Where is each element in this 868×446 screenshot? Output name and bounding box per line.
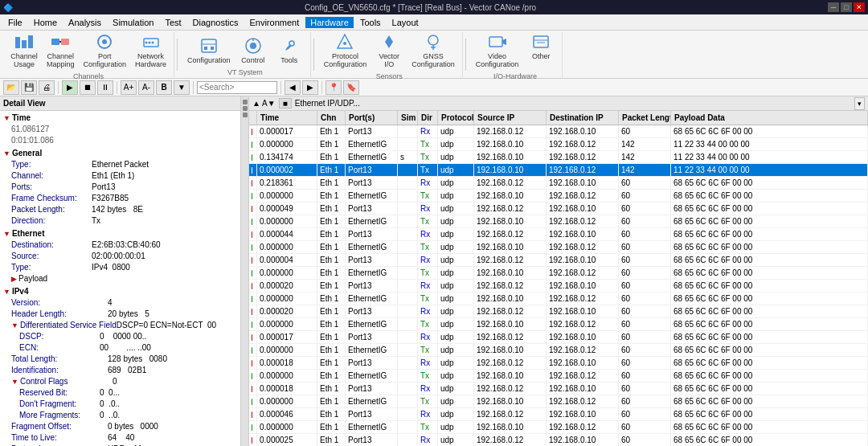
tb2-save-button[interactable]: 💾: [21, 80, 37, 95]
col-hdr-dir[interactable]: Dir: [418, 111, 438, 125]
tb2-back-button[interactable]: ◀: [285, 80, 301, 95]
trace-row[interactable]: 0.000004 Eth 1 Port13 Rx udp 192.168.0.1…: [249, 254, 868, 267]
trace-row[interactable]: 0.000017 Eth 1 Port13 Rx udp 192.168.0.1…: [249, 125, 868, 138]
video-config-button[interactable]: VideoConfiguration: [472, 28, 523, 72]
trace-row[interactable]: 0.000000 Eth 1 EthernetIG Tx udp 192.168…: [249, 421, 868, 434]
trace-row[interactable]: 0.000000 Eth 1 EthernetIG Tx udp 192.168…: [249, 395, 868, 408]
row-chn: Eth 1: [317, 408, 346, 420]
col-hdr-protocol[interactable]: Protocol: [438, 111, 474, 125]
menu-hardware[interactable]: Hardware: [305, 17, 354, 28]
trace-row[interactable]: 0.000000 Eth 1 EthernetIG Tx udp 192.168…: [249, 318, 868, 331]
tb2-fwd-button[interactable]: ▶: [302, 80, 318, 95]
ports-key: Ports:: [11, 182, 92, 193]
row-dstip: 192.168.0.10: [547, 383, 619, 395]
tb2-filter-button[interactable]: ▼: [174, 80, 190, 95]
eth-type-key: Type:: [11, 262, 92, 273]
col-hdr-pktlen[interactable]: Packet Length: [619, 111, 671, 125]
row-ports: EthernetIG: [346, 344, 398, 356]
trace-row[interactable]: 0.000020 Eth 1 Port13 Rx udp 192.168.0.1…: [249, 305, 868, 318]
trace-row[interactable]: 0.000044 Eth 1 Port13 Rx udp 192.168.0.1…: [249, 228, 868, 241]
vt-config-button[interactable]: Configuration: [183, 32, 235, 68]
ctrl-flags-icon[interactable]: ▼: [11, 376, 18, 387]
trace-row[interactable]: 0.134174 Eth 1 EthernetIG s Tx udp 192.1…: [249, 151, 868, 164]
col-hdr-sim[interactable]: Sim: [398, 111, 418, 125]
splitter-panel[interactable]: [241, 96, 249, 446]
menu-file[interactable]: File: [3, 17, 27, 28]
svg-rect-12: [202, 39, 216, 52]
ethernet-expand-icon[interactable]: ▼: [3, 228, 10, 239]
col-hdr-srcip[interactable]: Source IP: [474, 111, 547, 125]
packet-length-row: Packet Length: 142 bytes 8E: [2, 204, 239, 215]
tb2-stop-button[interactable]: ⏹: [80, 80, 96, 95]
col-hdr-dstip[interactable]: Destination IP: [547, 111, 619, 125]
eth-payload-icon[interactable]: ▶: [11, 273, 17, 284]
trace-row[interactable]: 0.000020 Eth 1 Port13 Rx udp 192.168.0.1…: [249, 280, 868, 293]
ipv4-dsfield-icon[interactable]: ▼: [11, 320, 18, 331]
general-label: General: [12, 148, 42, 159]
menu-analysis[interactable]: Analysis: [63, 17, 106, 28]
col-hdr-ports[interactable]: Port(s): [346, 111, 398, 125]
other-button[interactable]: Other: [523, 28, 559, 72]
port-config-button[interactable]: PortConfiguration: [80, 28, 131, 72]
channel-usage-button[interactable]: ChannelUsage: [6, 28, 42, 72]
trace-settings-button[interactable]: ▾: [854, 97, 865, 110]
col-hdr-marker[interactable]: [249, 111, 257, 125]
trace-row[interactable]: 0.000000 Eth 1 EthernetIG Tx udp 192.168…: [249, 138, 868, 151]
trace-row[interactable]: 0.000018 Eth 1 Port13 Rx udp 192.168.0.1…: [249, 383, 868, 395]
tb2-print-button[interactable]: 🖨: [39, 80, 55, 95]
trace-row[interactable]: 0.000000 Eth 1 EthernetIG Tx udp 192.168…: [249, 241, 868, 254]
menu-test[interactable]: Test: [160, 17, 186, 28]
trace-row[interactable]: 0.000000 Eth 1 EthernetIG Tx udp 192.168…: [249, 293, 868, 305]
trace-row[interactable]: 0.000018 Eth 1 Port13 Rx udp 192.168.0.1…: [249, 357, 868, 370]
protocol-config-button[interactable]: ProtocolConfiguration: [320, 28, 371, 72]
row-protocol: udp: [438, 125, 474, 137]
menu-tools[interactable]: Tools: [355, 17, 386, 28]
tb2-bold-button[interactable]: B: [156, 80, 172, 95]
menu-simulation[interactable]: Simulation: [108, 17, 158, 28]
vt-tools-button[interactable]: Tools: [272, 32, 307, 68]
menu-diagnostics[interactable]: Diagnostics: [188, 17, 244, 28]
tb2-zoom-out-button[interactable]: A-: [138, 80, 154, 95]
ipv4-expand-icon[interactable]: ▼: [3, 286, 10, 297]
tb2-open-button[interactable]: 📂: [3, 80, 19, 95]
search-input[interactable]: [197, 81, 277, 94]
ipv4-version-value: 4: [108, 297, 113, 309]
tb2-marker-button[interactable]: 📍: [326, 80, 342, 95]
close-button[interactable]: ✕: [854, 2, 865, 12]
trace-row[interactable]: 0.000002 Eth 1 Port13 Tx udp 192.168.0.1…: [249, 164, 868, 177]
trace-row[interactable]: 0.000025 Eth 1 Port13 Rx udp 192.168.0.1…: [249, 434, 868, 446]
menu-home[interactable]: Home: [29, 17, 62, 28]
ttl-value: 64 40: [108, 432, 134, 444]
tb2-start-button[interactable]: ▶: [62, 80, 78, 95]
minimize-button[interactable]: ─: [828, 2, 839, 12]
gnss-config-button[interactable]: GNSSConfiguration: [407, 28, 459, 72]
vt-control-button[interactable]: Control: [235, 32, 271, 68]
maximize-button[interactable]: □: [841, 2, 852, 12]
col-hdr-payload[interactable]: Payload Data: [671, 111, 868, 125]
trace-row[interactable]: 0.000046 Eth 1 Port13 Rx udp 192.168.0.1…: [249, 408, 868, 421]
tb2-pause-button[interactable]: ⏸: [97, 80, 113, 95]
trace-row[interactable]: 0.000000 Eth 1 EthernetIG Tx udp 192.168…: [249, 267, 868, 280]
network-hardware-button[interactable]: NetworkHardware: [131, 28, 170, 72]
eth-dst-row: Destination: E2:6B:03:CB:40:60: [2, 239, 239, 251]
menu-layout[interactable]: Layout: [387, 17, 424, 28]
trace-row[interactable]: 0.000017 Eth 1 Port13 Rx udp 192.168.0.1…: [249, 331, 868, 344]
general-expand-icon[interactable]: ▼: [3, 148, 10, 159]
trace-row[interactable]: 0.000000 Eth 1 EthernetIG Tx udp 192.168…: [249, 344, 868, 357]
tb2-zoom-in-button[interactable]: A+: [121, 80, 137, 95]
row-pktlen: 60: [619, 357, 671, 369]
trace-row[interactable]: 0.000000 Eth 1 EthernetIG Tx udp 192.168…: [249, 215, 868, 228]
menu-environment[interactable]: Environment: [244, 17, 304, 28]
vector-io-button[interactable]: VectorI/O: [371, 28, 407, 72]
trace-row[interactable]: 0.218361 Eth 1 Port13 Rx udp 192.168.0.1…: [249, 177, 868, 190]
tb2-bookmark-button[interactable]: 🔖: [343, 80, 359, 95]
trace-row[interactable]: 0.000000 Eth 1 EthernetIG Tx udp 192.168…: [249, 370, 868, 383]
row-dstip: 192.168.0.10: [547, 434, 619, 446]
trace-row[interactable]: 0.000000 Eth 1 EthernetIG Tx udp 192.168…: [249, 190, 868, 203]
col-hdr-chn[interactable]: Chn: [317, 111, 346, 125]
time-expand-icon[interactable]: ▼: [3, 113, 10, 124]
channel-mapping-button[interactable]: ChannelMapping: [43, 28, 79, 72]
col-hdr-time[interactable]: Time: [257, 111, 317, 125]
row-dir: Rx: [418, 408, 438, 420]
trace-row[interactable]: 0.000049 Eth 1 Port13 Rx udp 192.168.0.1…: [249, 203, 868, 215]
